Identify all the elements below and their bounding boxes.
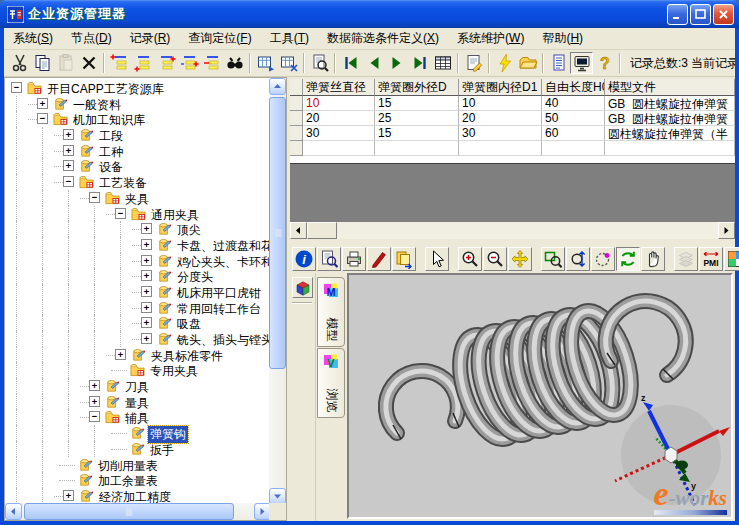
vzoomwin-button[interactable]	[541, 247, 565, 271]
tree-item-铣头、插头与镗头[interactable]: +铣头、插头与镗头	[5, 331, 269, 347]
rec-next-button[interactable]	[385, 52, 408, 74]
cell-r4c2[interactable]	[375, 141, 459, 156]
rec-prev-button[interactable]	[362, 52, 385, 74]
cell-r2c1[interactable]: 20	[303, 111, 375, 126]
scroll-up-button[interactable]	[269, 78, 286, 95]
tree-item-机床用平口虎钳[interactable]: +机床用平口虎钳	[5, 284, 269, 300]
column-header-2[interactable]: 弹簧圈外径D	[375, 79, 459, 96]
expand-box[interactable]: +	[63, 490, 74, 501]
copy-button[interactable]	[31, 52, 54, 74]
vexport-button[interactable]	[392, 247, 416, 271]
view-cube-button[interactable]	[292, 277, 313, 298]
column-header-3[interactable]: 弹簧圈内径D1	[459, 79, 542, 96]
viewer-tab-浏览[interactable]: V浏览	[317, 348, 345, 418]
cell-r4c1[interactable]	[303, 141, 375, 156]
expand-box[interactable]: +	[141, 302, 152, 313]
tree-item-夹具[interactable]: −夹具	[5, 190, 269, 206]
rec-last-button[interactable]	[408, 52, 431, 74]
vviews-button[interactable]	[724, 247, 739, 271]
node-add-before-button[interactable]	[108, 52, 131, 74]
expand-box[interactable]: +	[141, 317, 152, 328]
cell-r1c5[interactable]: GB_圆柱螺旋拉伸弹簧	[605, 96, 735, 111]
tree-item-开目CAPP工艺资源库[interactable]: −开目CAPP工艺资源库	[5, 80, 269, 96]
table-hscroll-thumb[interactable]	[307, 222, 337, 239]
expand-box[interactable]: +	[89, 380, 100, 391]
vlayers-button[interactable]	[674, 247, 698, 271]
table-delete-button[interactable]	[277, 52, 300, 74]
expand-box[interactable]: +	[141, 333, 152, 344]
vselect-button[interactable]	[425, 247, 449, 271]
collapse-box[interactable]: −	[89, 411, 100, 422]
expand-box[interactable]: +	[115, 349, 126, 360]
tree-item-一般资料[interactable]: +一般资料	[5, 96, 269, 112]
tree-hscroll-thumb[interactable]	[24, 503, 234, 520]
cell-r3c3[interactable]: 30	[459, 126, 542, 141]
scroll-left-button[interactable]	[5, 503, 22, 520]
tree-item-弹簧钩[interactable]: 弹簧钩	[5, 425, 269, 441]
tree-item-顶尖[interactable]: +顶尖	[5, 221, 269, 237]
notes-button[interactable]	[547, 52, 570, 74]
table-row-3[interactable]: 30153060圆柱螺旋拉伸弹簧（半	[290, 126, 735, 141]
cell-r3c5[interactable]: 圆柱螺旋拉伸弹簧（半	[605, 126, 735, 141]
cell-r3c1[interactable]: 30	[303, 126, 375, 141]
cell-r1c4[interactable]: 40	[542, 96, 605, 111]
vpanaxis-button[interactable]	[508, 247, 532, 271]
viewport-3d[interactable]: z x y e-works	[347, 273, 733, 519]
table-add-button[interactable]	[254, 52, 277, 74]
vpmi-button[interactable]: PMI	[699, 247, 723, 271]
tree-item-切削用量表[interactable]: 切削用量表	[5, 457, 269, 473]
tree-vertical-scrollbar[interactable]	[269, 78, 286, 505]
collapse-box[interactable]: −	[63, 176, 74, 187]
vzoomin-button[interactable]	[458, 247, 482, 271]
close-button[interactable]	[713, 4, 734, 25]
vexamine-button[interactable]	[317, 247, 341, 271]
tree-item-刀具[interactable]: +刀具	[5, 378, 269, 394]
cell-r1c1[interactable]: 10	[303, 96, 375, 111]
menu-item-8[interactable]: 帮助(H)	[533, 28, 592, 49]
folder-open-button[interactable]	[516, 52, 539, 74]
tree-item-经济加工精度[interactable]: +经济加工精度	[5, 488, 269, 504]
minimize-button[interactable]	[667, 4, 688, 25]
cell-r2c4[interactable]: 50	[542, 111, 605, 126]
column-header-5[interactable]: 模型文件	[605, 79, 735, 96]
cell-r3c2[interactable]: 15	[375, 126, 459, 141]
cell-r4c3[interactable]	[459, 141, 542, 156]
menu-item-6[interactable]: 数据筛选条件定义(X)	[318, 28, 448, 49]
menu-item-3[interactable]: 记录(R)	[121, 28, 180, 49]
tree-item-量具[interactable]: +量具	[5, 394, 269, 410]
expand-box[interactable]: +	[89, 396, 100, 407]
cell-r4c4[interactable]	[542, 141, 605, 156]
tree-item-鸡心夹头、卡环和[interactable]: +鸡心夹头、卡环和	[5, 253, 269, 269]
tree-item-工段[interactable]: +工段	[5, 127, 269, 143]
tree-item-设备[interactable]: +设备	[5, 158, 269, 174]
tree-item-工艺装备[interactable]: −工艺装备	[5, 174, 269, 190]
menu-item-1[interactable]: 系统(S)	[4, 28, 62, 49]
node-edit-button[interactable]	[177, 52, 200, 74]
table-horizontal-scrollbar[interactable]	[290, 222, 735, 239]
table-scroll-left-button[interactable]	[290, 222, 307, 239]
expand-box[interactable]: +	[141, 286, 152, 297]
collapse-box[interactable]: −	[37, 113, 48, 124]
expand-box[interactable]: +	[141, 223, 152, 234]
tree-item-专用夹具[interactable]: 专用夹具	[5, 362, 269, 378]
expand-box[interactable]: +	[63, 145, 74, 156]
menu-item-7[interactable]: 系统维护(W)	[448, 28, 533, 49]
tree-item-工种[interactable]: +工种	[5, 143, 269, 159]
delete-button[interactable]	[77, 52, 100, 74]
rec-first-button[interactable]	[339, 52, 362, 74]
vmarkup-button[interactable]	[367, 247, 391, 271]
cell-r3c4[interactable]: 60	[542, 126, 605, 141]
data-grid-button[interactable]	[431, 52, 454, 74]
table-scroll-right-button[interactable]	[718, 222, 735, 239]
cut-button[interactable]	[8, 52, 31, 74]
table-row-4[interactable]	[290, 141, 735, 156]
vhand-button[interactable]	[641, 247, 665, 271]
tree-item-分度头[interactable]: +分度头	[5, 268, 269, 284]
paste-button[interactable]	[54, 52, 77, 74]
cell-r2c5[interactable]: GB_圆柱螺旋拉伸弹簧	[605, 111, 735, 126]
vorbitpt-button[interactable]	[591, 247, 615, 271]
tree-vscroll-thumb[interactable]	[269, 97, 286, 369]
expand-box[interactable]: +	[141, 270, 152, 281]
expand-box[interactable]: +	[37, 98, 48, 109]
tree-item-扳手[interactable]: 扳手	[5, 441, 269, 457]
